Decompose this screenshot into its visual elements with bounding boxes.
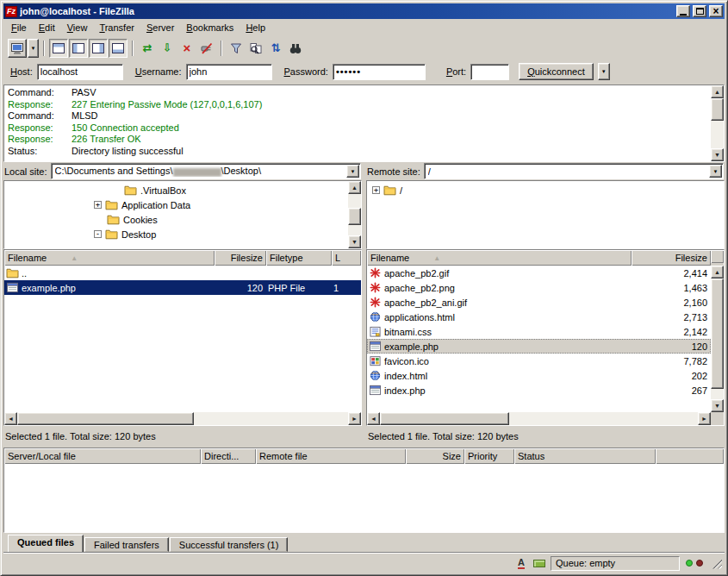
minimize-button[interactable] (676, 5, 690, 17)
refresh-button[interactable]: ⇄ (138, 39, 157, 58)
tree-expander-plus-icon[interactable]: + (94, 201, 102, 209)
table-row[interactable]: favicon.ico7,782 (367, 354, 711, 368)
toggle-transfer-queue-button[interactable] (109, 39, 128, 58)
menu-file[interactable]: File (5, 21, 33, 34)
remote-site-combobox[interactable]: / ▼ (424, 163, 724, 179)
scroll-thumb[interactable] (17, 412, 194, 425)
column-header-filesize[interactable]: Filesize (215, 250, 266, 266)
scroll-up-icon[interactable]: ▲ (711, 266, 724, 279)
column-header-filename[interactable]: Filename▲ (4, 250, 215, 266)
site-manager-button[interactable] (8, 39, 27, 58)
port-input[interactable] (470, 64, 509, 80)
log-vertical-scrollbar[interactable]: ▲ ▼ (711, 85, 724, 161)
scroll-left-icon[interactable]: ◄ (367, 412, 380, 425)
tab-successful-transfers[interactable]: Successful transfers (1) (170, 537, 289, 552)
find-files-button[interactable] (286, 39, 305, 58)
queue-body[interactable] (4, 464, 724, 532)
scroll-thumb[interactable] (711, 98, 724, 121)
find-files-icon (289, 41, 302, 55)
scroll-thumb[interactable] (711, 279, 724, 389)
toggle-local-tree-button[interactable] (69, 39, 88, 58)
remote-site-path: / (428, 166, 709, 177)
tab-queued-files[interactable]: Queued files (8, 535, 84, 552)
speedlimit-indicator-icon[interactable] (532, 557, 546, 570)
compare-directories-button[interactable] (246, 39, 265, 58)
process-queue-button[interactable]: ⇩ (158, 39, 177, 58)
close-button[interactable]: × (709, 5, 723, 17)
table-row-selected[interactable]: example.php120 (367, 339, 711, 354)
tree-item[interactable]: +Application Data (4, 197, 348, 212)
tab-failed-transfers[interactable]: Failed transfers (84, 537, 169, 552)
local-tree-vertical-scrollbar[interactable]: ▲ ▼ (348, 181, 361, 248)
column-header-filesize[interactable]: Filesize (632, 250, 711, 266)
remote-horizontal-scrollbar[interactable]: ◄ ► (367, 412, 724, 425)
scroll-right-icon[interactable]: ► (348, 412, 361, 425)
tree-expander-plus-icon[interactable]: + (372, 186, 380, 194)
remote-status-text: Selected 1 file. Total size: 120 bytes (366, 426, 725, 444)
titlebar[interactable]: Fz john@localhost - FileZilla × (3, 3, 725, 19)
log-line: Response:227 Entering Passive Mode (127,… (8, 99, 707, 111)
maximize-button[interactable] (693, 5, 706, 17)
table-row[interactable]: apache_pb2.gif2,414 (367, 266, 711, 280)
scroll-thumb[interactable] (380, 412, 509, 425)
toggle-remote-tree-button[interactable] (89, 39, 108, 58)
transfer-type-indicator-icon[interactable]: A (514, 557, 528, 570)
table-row[interactable]: index.html202 (367, 368, 711, 383)
column-header-priority[interactable]: Priority (464, 448, 514, 464)
tree-item[interactable]: +/ (367, 183, 724, 197)
scroll-up-icon[interactable]: ▲ (711, 85, 724, 98)
username-input[interactable] (186, 64, 272, 80)
local-site-dropdown-button[interactable]: ▼ (346, 165, 359, 178)
scroll-right-icon[interactable]: ► (698, 412, 711, 425)
menu-server[interactable]: Server (140, 21, 180, 34)
menu-bookmarks[interactable]: Bookmarks (180, 21, 240, 34)
quickconnect-dropdown-button[interactable]: ▼ (598, 63, 610, 80)
password-input[interactable] (333, 64, 426, 80)
menubar: File Edit View Transfer Server Bookmarks… (3, 19, 725, 36)
tree-item[interactable]: -Desktop (4, 227, 348, 241)
log-line: Response:226 Transfer OK (8, 134, 707, 146)
scroll-down-icon[interactable]: ▼ (711, 148, 724, 161)
remote-vertical-scrollbar[interactable]: ▲ ▼ (711, 266, 724, 412)
column-header-direction[interactable]: Directi... (201, 448, 256, 464)
tree-item[interactable]: .VirtualBox (4, 183, 348, 197)
scroll-down-icon[interactable]: ▼ (348, 235, 361, 248)
menu-help[interactable]: Help (240, 21, 271, 34)
remote-site-dropdown-button[interactable]: ▼ (709, 165, 722, 178)
column-header-last-modified[interactable]: L (332, 250, 361, 266)
table-row[interactable]: index.php267 (367, 383, 711, 398)
column-header-size[interactable]: Size (406, 448, 464, 464)
cancel-button[interactable]: × (177, 39, 196, 58)
column-header-server-local-file[interactable]: Server/Local file (4, 448, 201, 464)
table-row[interactable]: bitnami.css2,142 (367, 324, 711, 339)
tree-item[interactable]: Cookies (4, 212, 348, 227)
table-row-selected[interactable]: example.php 120 PHP File 1 (4, 280, 361, 295)
site-manager-dropdown-button[interactable]: ▼ (28, 39, 39, 58)
toggle-message-log-button[interactable] (49, 39, 68, 58)
scroll-left-icon[interactable]: ◄ (4, 412, 17, 425)
tree-expander-minus-icon[interactable]: - (94, 230, 102, 238)
local-site-combobox[interactable]: C:\Documents and Settings\\Desktop\ ▼ (51, 163, 361, 179)
refresh-icon: ⇄ (143, 42, 152, 54)
filter-button[interactable] (227, 39, 246, 58)
table-row[interactable]: apache_pb2.png1,463 (367, 280, 711, 295)
column-header-filename[interactable]: Filename▲ (367, 250, 632, 266)
column-header-remote-file[interactable]: Remote file (256, 448, 406, 464)
quickconnect-button[interactable]: Quickconnect (519, 63, 594, 80)
table-row[interactable]: .. (4, 266, 361, 280)
menu-view[interactable]: View (61, 21, 94, 34)
disconnect-button[interactable] (197, 39, 216, 58)
table-row[interactable]: applications.html2,713 (367, 310, 711, 324)
scroll-up-icon[interactable]: ▲ (348, 181, 361, 194)
scroll-down-icon[interactable]: ▼ (711, 399, 724, 412)
host-input[interactable] (37, 64, 123, 80)
scroll-thumb[interactable] (348, 208, 361, 225)
synchronized-browsing-button[interactable]: ⇅ (266, 39, 285, 58)
column-header-status[interactable]: Status (514, 448, 656, 464)
menu-edit[interactable]: Edit (33, 21, 61, 34)
local-horizontal-scrollbar[interactable]: ◄ ► (4, 412, 361, 425)
column-header-filetype[interactable]: Filetype (266, 250, 332, 266)
table-row[interactable]: apache_pb2_ani.gif2,160 (367, 295, 711, 310)
resize-grip[interactable] (711, 558, 722, 569)
menu-transfer[interactable]: Transfer (93, 21, 140, 34)
